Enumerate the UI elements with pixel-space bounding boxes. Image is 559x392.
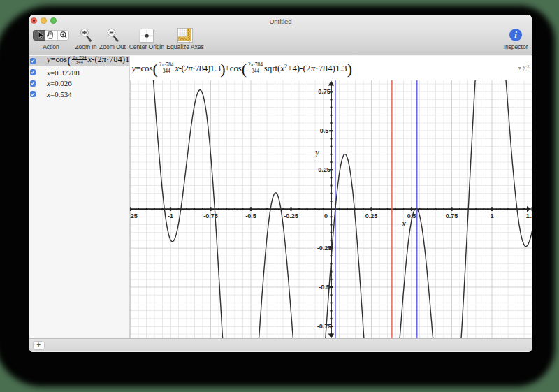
svg-text:-0.5: -0.5 bbox=[319, 284, 330, 291]
svg-text:0.5: 0.5 bbox=[407, 212, 416, 219]
svg-text:0.25: 0.25 bbox=[318, 166, 331, 173]
svg-text:0.75: 0.75 bbox=[318, 88, 331, 95]
svg-text:-0.75: -0.75 bbox=[203, 212, 218, 219]
svg-text:1: 1 bbox=[490, 212, 493, 219]
svg-text:0.5: 0.5 bbox=[320, 127, 329, 134]
svg-text:0.25: 0.25 bbox=[365, 212, 378, 219]
svg-text:-1.25: -1.25 bbox=[130, 212, 138, 219]
svg-text:1.25: 1.25 bbox=[526, 212, 532, 219]
svg-text:y: y bbox=[314, 147, 319, 157]
svg-text:-0.75: -0.75 bbox=[317, 323, 332, 330]
svg-text:0: 0 bbox=[324, 212, 328, 219]
svg-text:x: x bbox=[401, 218, 406, 228]
svg-text:-1: -1 bbox=[168, 212, 173, 219]
svg-text:-0.25: -0.25 bbox=[284, 212, 298, 219]
svg-text:0.75: 0.75 bbox=[446, 212, 458, 219]
svg-text:-0.5: -0.5 bbox=[245, 212, 256, 219]
svg-text:-0.25: -0.25 bbox=[317, 245, 332, 252]
